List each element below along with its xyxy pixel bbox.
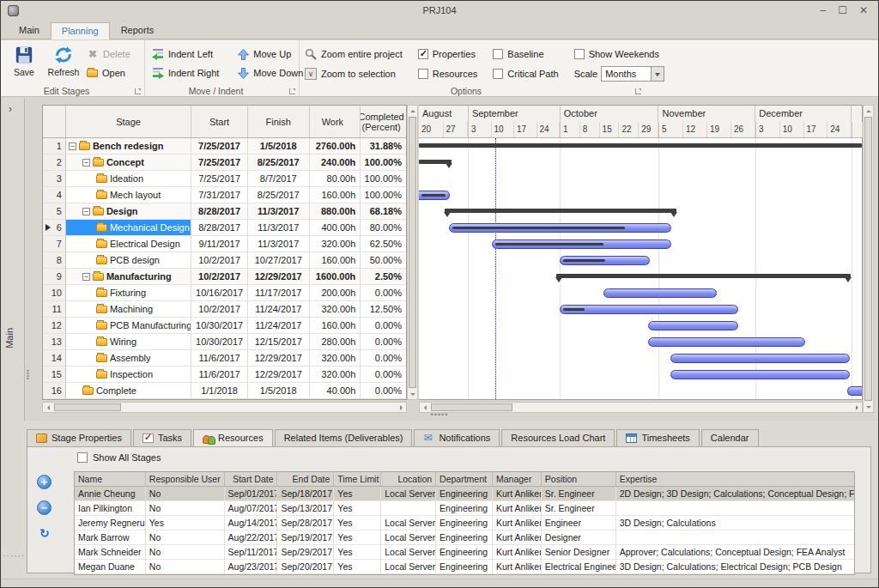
tab-resources[interactable]: Resources <box>193 429 273 447</box>
stage-vertical-scrollbar[interactable] <box>407 105 418 400</box>
splitter-handle-dots[interactable]: •••• <box>27 369 29 379</box>
stage-col-header-completed-percent[interactable]: Completed (Percent) <box>361 106 406 137</box>
stage-cell-start[interactable]: 10/2/2017 <box>191 269 248 285</box>
stage-cell-finish[interactable]: 12/29/2017 <box>248 350 310 367</box>
stage-cell-completed[interactable]: 100.00% <box>361 187 406 203</box>
stage-cell-ideation[interactable]: Ideation <box>66 171 191 187</box>
stage-cell-completed[interactable]: 50.00% <box>361 252 406 269</box>
stage-row-number[interactable]: 7 <box>43 236 66 252</box>
scroll-thumb[interactable] <box>864 117 872 401</box>
stage-cell-start[interactable]: 10/16/2017 <box>191 285 248 301</box>
collapse-icon[interactable]: − <box>82 208 90 215</box>
zoom-to-selection-button[interactable]: ∨ Zoom to selection <box>305 66 403 82</box>
stage-row-number[interactable]: 9 <box>43 269 66 285</box>
scale-select[interactable]: Months <box>601 66 664 82</box>
stage-cell-finish[interactable]: 12/29/2017 <box>248 269 310 285</box>
gantt-task-bar[interactable] <box>560 305 738 314</box>
refresh-resources-icon[interactable]: ↻ <box>39 526 52 538</box>
stage-cell-completed[interactable]: 62.50% <box>361 236 406 252</box>
stage-cell-finish[interactable]: 11/3/2017 <box>248 220 310 236</box>
stage-cell-start[interactable]: 10/30/2017 <box>191 318 248 334</box>
stage-cell-completed[interactable]: 100.00% <box>361 155 406 171</box>
gantt-task-bar[interactable] <box>419 191 450 200</box>
resources-col-position[interactable]: Position <box>542 472 616 486</box>
stage-cell-finish[interactable]: 11/24/2017 <box>248 318 310 334</box>
stage-cell-design[interactable]: −Design <box>66 203 191 220</box>
stage-cell-completed[interactable]: 0.00% <box>361 334 406 350</box>
stage-row-number[interactable]: 13 <box>43 334 66 350</box>
stage-cell-completed[interactable]: 0.00% <box>361 285 406 301</box>
stage-cell-wiring[interactable]: Wiring <box>66 334 191 350</box>
move-down-button[interactable]: Move Down <box>238 65 303 81</box>
gantt-task-bar[interactable] <box>670 354 850 363</box>
checkbox-baseline[interactable]: Baseline <box>493 46 558 62</box>
stage-row-number[interactable]: 14 <box>43 350 66 367</box>
resources-col-end-date[interactable]: End Date <box>277 472 334 486</box>
stage-row-number[interactable]: 16 <box>43 383 66 399</box>
stage-cell-bench-redesign[interactable]: −Bench redesign <box>66 138 191 155</box>
stage-cell-work[interactable]: 160.00h <box>310 252 361 269</box>
gantt-task-bar[interactable] <box>648 337 805 347</box>
stage-cell-start[interactable]: 11/6/2017 <box>191 367 248 383</box>
gantt-vertical-scrollbar[interactable] <box>863 105 874 413</box>
refresh-button[interactable]: Refresh <box>44 43 83 84</box>
stage-cell-finish[interactable]: 8/25/2017 <box>248 155 310 171</box>
stage-cell-pcb-manufacturing[interactable]: PCB Manufacturing <box>66 318 191 334</box>
stage-cell-start[interactable]: 10/2/2017 <box>191 252 248 269</box>
resource-row[interactable]: Mark BarrowNoAug/22/2017Sep/19/2017YesLo… <box>75 530 854 545</box>
stage-cell-start[interactable]: 7/31/2017 <box>191 187 248 203</box>
stage-cell-work[interactable]: 320.00h <box>310 301 361 318</box>
gantt-summary-bar[interactable] <box>556 274 851 278</box>
scroll-up-icon[interactable] <box>408 106 417 116</box>
stage-cell-work[interactable]: 1600.00h <box>310 269 361 285</box>
gantt-task-bar[interactable] <box>449 223 671 233</box>
add-resource-button[interactable]: + <box>37 475 52 489</box>
open-button[interactable]: Open <box>87 65 130 81</box>
stage-row-number[interactable]: 10 <box>43 285 66 301</box>
horizontal-splitter[interactable]: ••••• <box>1 411 878 421</box>
tab-notifications[interactable]: Notifications <box>414 429 500 446</box>
scroll-down-icon[interactable] <box>408 389 417 398</box>
gantt-task-bar[interactable] <box>492 239 671 249</box>
left-dock-strip[interactable]: › Main <box>1 98 25 421</box>
gantt-summary-bar[interactable] <box>419 160 452 164</box>
stage-cell-work[interactable]: 2760.00h <box>310 138 361 155</box>
stage-cell-completed[interactable]: 80.00% <box>361 220 406 236</box>
stage-row-number[interactable]: 11 <box>43 301 66 318</box>
gantt-task-bar[interactable] <box>648 321 738 330</box>
stage-cell-finish[interactable]: 12/15/2017 <box>248 334 310 350</box>
resources-col-start-date[interactable]: Start Date <box>225 472 278 486</box>
resize-handle-dots[interactable]: ······ <box>3 551 25 561</box>
edit-stages-dialog-launcher-icon[interactable] <box>135 88 141 94</box>
tab-calendar[interactable]: Calendar <box>701 429 759 446</box>
stage-row-number[interactable]: 8 <box>43 252 66 269</box>
checkbox-show-weekends[interactable]: Show Weekends <box>574 46 665 62</box>
stage-row-number[interactable]: 3 <box>43 171 66 187</box>
resources-col-expertise[interactable]: Expertise <box>616 472 854 486</box>
collapse-icon[interactable]: − <box>82 159 90 167</box>
stage-cell-start[interactable]: 7/25/2017 <box>191 138 248 155</box>
stage-cell-complete[interactable]: Complete <box>66 383 191 399</box>
tab-related-items-deliverables[interactable]: Related Items (Deliverables) <box>275 429 413 446</box>
scroll-down-icon[interactable] <box>864 402 873 411</box>
delete-button[interactable]: ✖ Delete <box>87 46 130 62</box>
resource-row[interactable]: Annie CheungNoSep/01/2017Sep/18/2017YesL… <box>75 487 854 501</box>
stage-cell-work[interactable]: 320.00h <box>310 236 361 252</box>
stage-cell-finish[interactable]: 8/25/2017 <box>248 187 310 203</box>
tab-timesheets[interactable]: Timesheets <box>616 429 699 446</box>
stage-cell-completed[interactable]: 0.00% <box>361 350 406 367</box>
stage-cell-work[interactable]: 320.00h <box>310 350 361 367</box>
stage-cell-start[interactable]: 1/1/2018 <box>191 383 248 399</box>
tab-main[interactable]: Main <box>8 21 51 39</box>
stage-cell-start[interactable]: 11/6/2017 <box>191 350 248 367</box>
remove-resource-button[interactable]: − <box>37 500 52 515</box>
resources-col-responsible-user[interactable]: Responsible User <box>146 472 225 486</box>
move-indent-dialog-launcher-icon[interactable] <box>289 88 295 94</box>
resources-col-location[interactable]: Location <box>381 472 436 486</box>
gantt-task-bar[interactable] <box>560 256 650 265</box>
stage-cell-mechanical-design[interactable]: Mechanical Design <box>66 220 191 236</box>
stage-cell-completed[interactable]: 0.00% <box>361 367 406 383</box>
stage-cell-finish[interactable]: 11/24/2017 <box>248 301 310 318</box>
resource-row[interactable]: Ian PilkingtonNoAug/07/2017Sep/13/2017Ye… <box>75 501 854 516</box>
stage-cell-start[interactable]: 9/11/2017 <box>191 236 248 252</box>
